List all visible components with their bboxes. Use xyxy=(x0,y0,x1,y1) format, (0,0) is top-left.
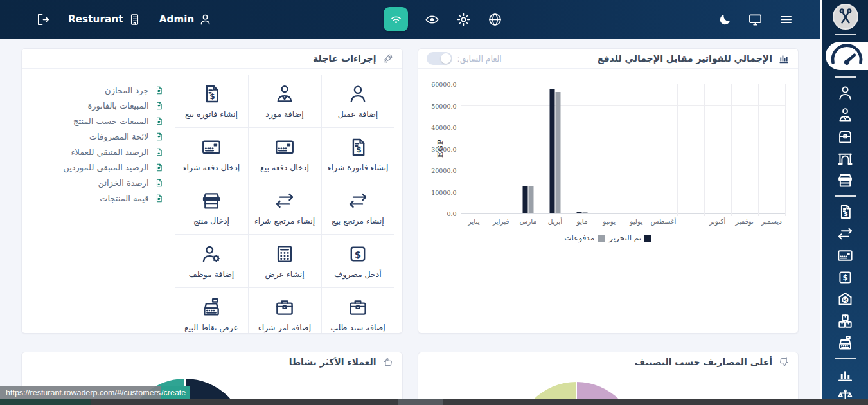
action-tile[interactable]: إنشاء مرتجع شراء xyxy=(249,181,321,234)
card-icon xyxy=(274,136,296,158)
bar xyxy=(522,186,527,213)
briefcase-icon xyxy=(274,296,296,318)
action-tile[interactable]: $إنشاء فاتورة شراء xyxy=(322,128,394,181)
sidebar-item-pos[interactable] xyxy=(837,334,854,352)
previous-year-toggle[interactable] xyxy=(427,52,452,65)
bar-group xyxy=(542,84,569,213)
sidebar-item-receipts[interactable]: $ xyxy=(837,291,854,308)
chart-legend: تم التحريرمدفوعات xyxy=(427,233,790,242)
action-tile[interactable]: عرض نقاط البيع xyxy=(175,288,248,334)
action-tile[interactable]: إضافة مورد xyxy=(249,75,321,127)
tile-label: أدخل مصروف xyxy=(334,269,382,279)
panel-title: الإجمالي للفواتير مقابل الإجمالي للدفع xyxy=(598,53,772,64)
doc-icon xyxy=(154,86,164,95)
sidebar-item-customers[interactable] xyxy=(837,84,854,102)
report-link-label: المبيعات حسب المنتج xyxy=(73,116,148,126)
action-tile[interactable]: إدخال منتج xyxy=(175,181,248,234)
tile-label: عرض نقاط البيع xyxy=(184,323,238,332)
tile-label: إنشاء فاتورة بيع xyxy=(185,109,238,119)
gear-icon[interactable] xyxy=(456,12,471,27)
svg-text:$: $ xyxy=(355,249,361,260)
action-tile[interactable]: $أدخل مصروف xyxy=(322,235,394,287)
report-link[interactable]: الرصيد المتبقي للعملاء xyxy=(32,147,164,157)
report-link[interactable]: الرصيد المتبقي للموردين xyxy=(32,163,164,172)
monitor-icon[interactable] xyxy=(748,12,763,27)
quick-actions-header: إجراءات عاجلة xyxy=(22,49,402,69)
menu-icon[interactable] xyxy=(779,12,793,27)
x-axis-labels: ينايرفبرايرمارسأبريلمايويونيويوليوأغسطسأ… xyxy=(461,217,786,228)
sidebar-item-suppliers[interactable] xyxy=(837,106,854,123)
eye-icon[interactable] xyxy=(425,12,439,27)
sidebar-item-branches[interactable] xyxy=(837,150,854,167)
bar-chart-icon xyxy=(778,53,790,64)
logout-icon[interactable] xyxy=(35,12,50,27)
action-tile[interactable]: إنشاء عرض xyxy=(249,235,321,287)
action-tile[interactable]: إضافة سند طلب xyxy=(322,288,394,334)
action-tile[interactable]: إدخال دفعة بيع xyxy=(249,128,321,181)
chart-bars-icon xyxy=(837,366,854,383)
utensils-icon xyxy=(834,5,857,28)
sidebar-item-inventory[interactable] xyxy=(837,312,854,330)
sidebar-item-dashboard[interactable] xyxy=(826,42,868,70)
x-tick-label: فبراير xyxy=(493,217,509,225)
doc-icon xyxy=(154,101,164,111)
register-icon xyxy=(837,334,854,352)
navbar-right-group xyxy=(718,0,793,39)
brand-name: Resturant xyxy=(68,14,123,25)
tile-label: إنشاء فاتورة شراء xyxy=(328,163,389,172)
company-switcher[interactable]: Resturant xyxy=(68,13,141,26)
report-link[interactable]: المبيعات حسب المنتج xyxy=(32,116,164,126)
bar xyxy=(577,212,582,213)
x-tick-label: ديسمبر xyxy=(761,217,782,225)
building-icon xyxy=(128,13,141,26)
window-bottom-edge xyxy=(0,399,868,405)
content-area: إجراءات عاجلة إضافة عميلإضافة مورد$إنشاء… xyxy=(0,39,820,405)
action-tile[interactable]: $إنشاء فاتورة بيع xyxy=(175,75,248,127)
bar-group xyxy=(650,84,677,213)
invoice-icon: $ xyxy=(347,136,369,158)
x-tick-label: يونيو xyxy=(603,217,616,225)
bar-group xyxy=(731,84,758,213)
svg-text:$: $ xyxy=(844,297,847,303)
globe-icon[interactable] xyxy=(488,12,502,27)
sidebar-item-treasury[interactable] xyxy=(837,128,854,145)
boxes-icon xyxy=(837,312,854,330)
sidebar-item-payments[interactable] xyxy=(837,247,854,264)
y-tick-label: 30000.0 xyxy=(431,145,456,152)
quick-action-tiles: إضافة عميلإضافة مورد$إنشاء فاتورة بيع$إن… xyxy=(175,75,394,334)
bar xyxy=(528,186,533,213)
report-link[interactable]: لائحة المصروفات xyxy=(32,132,164,141)
x-tick-label: مايو xyxy=(576,217,587,225)
tile-label: إدخال دفعة شراء xyxy=(183,163,240,172)
report-link[interactable]: قيمة المنتجات xyxy=(32,194,164,203)
user-tie-icon xyxy=(837,106,854,123)
thumb-down-icon xyxy=(778,356,790,368)
sidebar-item-expenses[interactable]: $ xyxy=(837,269,854,286)
dollar-square-icon: $ xyxy=(837,269,854,286)
sidebar-item-invoices[interactable]: $ xyxy=(837,203,854,221)
x-tick-label: أكتوبر xyxy=(709,217,725,225)
svg-text:$: $ xyxy=(842,273,847,282)
report-link[interactable]: جرد المخازن xyxy=(32,86,164,95)
report-link[interactable]: ارصدة الخزائن xyxy=(32,178,164,188)
y-tick-label: 40000.0 xyxy=(431,124,456,131)
action-tile[interactable]: إضافة امر شراء xyxy=(249,288,321,334)
top-expenses-panel: أعلى المصاريف حسب التصنيف xyxy=(418,352,799,405)
app-logo[interactable] xyxy=(833,4,858,30)
wifi-icon xyxy=(389,13,403,26)
report-link[interactable]: المبيعات بالفاتورة xyxy=(32,101,164,111)
sidebar-item-products[interactable] xyxy=(837,172,854,189)
connection-status-button[interactable] xyxy=(384,7,408,32)
bar-group xyxy=(488,84,515,213)
sidebar-item-returns[interactable] xyxy=(837,225,854,242)
sidebar-item-reports[interactable] xyxy=(837,366,854,383)
action-tile[interactable]: إضافة عميل xyxy=(322,75,394,127)
action-tile[interactable]: إضافة موظف xyxy=(175,235,248,287)
moon-icon[interactable] xyxy=(718,13,732,26)
user-menu[interactable]: Admin xyxy=(159,13,213,26)
legend-item: تم التحرير xyxy=(609,233,651,242)
chart-panel-header: الإجمالي للفواتير مقابل الإجمالي للدفع ا… xyxy=(418,49,799,69)
main-sidebar: $$$ xyxy=(820,0,868,405)
action-tile[interactable]: إدخال دفعة شراء xyxy=(175,128,248,181)
action-tile[interactable]: إنشاء مرتجع بيع xyxy=(322,181,394,234)
